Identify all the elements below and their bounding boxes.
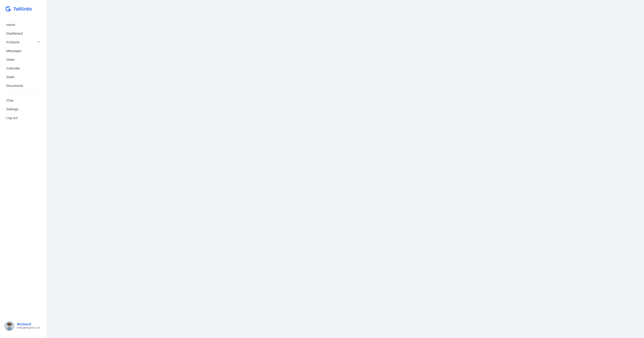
logo-area[interactable]: TailGrids (4, 5, 42, 12)
nav-divider (4, 93, 42, 93)
user-info: Musharof hello@tailgrids.com (17, 322, 40, 330)
primary-nav: Home Dashboard Products Messages Order C… (4, 20, 42, 319)
avatar (4, 321, 14, 331)
sidebar-item-dashboard[interactable]: Dashboard (4, 29, 42, 37)
sidebar: TailGrids Home Dashboard Products Messag… (0, 0, 47, 338)
sidebar-item-products[interactable]: Products (4, 38, 42, 46)
svg-point-3 (7, 323, 9, 325)
sidebar-item-chat[interactable]: Chat (4, 96, 42, 105)
sidebar-item-documents[interactable]: Documents (4, 81, 42, 90)
sidebar-item-logout[interactable]: Log out (4, 114, 42, 122)
logo-text: TailGrids (14, 6, 32, 12)
user-area[interactable]: Musharof hello@tailgrids.com (4, 319, 42, 333)
sidebar-item-order[interactable]: Order (4, 55, 42, 64)
svg-point-4 (8, 323, 10, 324)
svg-rect-8 (8, 327, 11, 328)
main-content (47, 0, 644, 338)
svg-point-5 (10, 323, 12, 325)
chevron-down-icon (37, 40, 40, 44)
sidebar-item-messages[interactable]: Messages (4, 47, 42, 55)
svg-point-7 (10, 325, 10, 325)
sidebar-item-settings[interactable]: Settings (4, 105, 42, 113)
user-name: Musharof (17, 322, 40, 326)
logo-icon (4, 5, 12, 12)
sidebar-item-static[interactable]: Static (4, 73, 42, 81)
user-email: hello@tailgrids.com (17, 326, 40, 330)
svg-point-6 (8, 325, 9, 325)
sidebar-item-calendar[interactable]: Calendar (4, 64, 42, 72)
sidebar-item-home[interactable]: Home (4, 20, 42, 29)
